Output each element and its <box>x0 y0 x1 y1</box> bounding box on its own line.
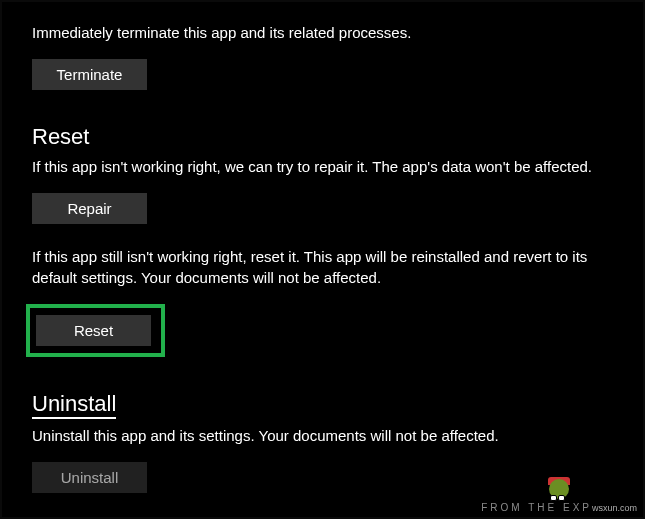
terminate-description: Immediately terminate this app and its r… <box>32 22 592 43</box>
reset-highlight-annotation: Reset <box>26 304 165 357</box>
watermark-text: FROM THE EXPwsxun.com <box>481 502 637 513</box>
reset-button[interactable]: Reset <box>36 315 151 346</box>
reset-section: Reset If this app isn't working right, w… <box>32 124 613 357</box>
reset-heading: Reset <box>32 124 613 150</box>
uninstall-description: Uninstall this app and its settings. You… <box>32 425 592 446</box>
repair-description: If this app isn't working right, we can … <box>32 156 592 177</box>
repair-button[interactable]: Repair <box>32 193 147 224</box>
mascot-icon <box>545 477 573 505</box>
terminate-section: Immediately terminate this app and its r… <box>32 22 613 90</box>
uninstall-section: Uninstall Uninstall this app and its set… <box>32 391 613 493</box>
terminate-button[interactable]: Terminate <box>32 59 147 90</box>
uninstall-button[interactable]: Uninstall <box>32 462 147 493</box>
uninstall-heading: Uninstall <box>32 391 116 419</box>
reset-description: If this app still isn't working right, r… <box>32 246 592 288</box>
